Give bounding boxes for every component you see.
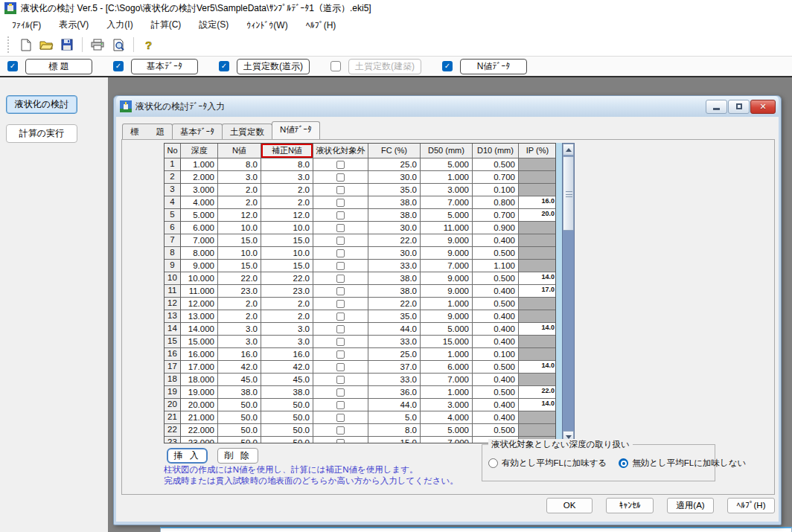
cell-d10[interactable]: 0.400 [473, 399, 519, 411]
cell-depth[interactable]: 20.000 [181, 399, 218, 411]
cell-no[interactable]: 4 [165, 196, 181, 209]
cell-d50[interactable]: 9.000 [421, 234, 473, 247]
section-button-2[interactable]: 土質定数(道示) [237, 59, 310, 74]
excluded-checkbox[interactable] [336, 224, 345, 232]
excluded-checkbox[interactable] [336, 439, 345, 444]
cell-fc[interactable]: 5.0 [368, 411, 421, 424]
excluded-checkbox[interactable] [336, 300, 345, 308]
cell-fc[interactable]: 8.0 [368, 424, 421, 437]
cell-no[interactable]: 7 [165, 234, 181, 247]
section-checkbox-3[interactable] [330, 61, 341, 71]
tab-3[interactable]: N値ﾃﾞｰﾀ [272, 121, 320, 139]
cell-depth[interactable]: 21.000 [181, 411, 218, 424]
cell-d50[interactable]: 3.000 [421, 184, 473, 196]
cell-no[interactable]: 16 [165, 348, 181, 361]
cell-no[interactable]: 13 [165, 310, 181, 323]
excluded-checkbox[interactable] [336, 414, 345, 422]
restore-icon[interactable] [728, 100, 750, 114]
cell-corrected-nvalue[interactable]: 10.0 [261, 247, 313, 260]
dialog-titlebar[interactable]: 液状化の検討ﾃﾞｰﾀ入力 ✕ [116, 96, 779, 117]
cell-excluded[interactable] [313, 285, 368, 298]
cell-excluded[interactable] [313, 184, 368, 196]
cell-d50[interactable]: 1.000 [421, 386, 473, 399]
cell-excluded[interactable] [313, 310, 368, 323]
menu-item-4[interactable]: 設定(S) [190, 16, 237, 33]
cell-d50[interactable]: 9.000 [421, 272, 473, 285]
cell-no[interactable]: 2 [165, 171, 181, 184]
cell-ip[interactable]: 14.0 [519, 361, 556, 374]
excluded-checkbox[interactable] [336, 249, 345, 257]
cell-d10[interactable]: 0.900 [473, 222, 519, 234]
column-header-7[interactable]: D10 (mm) [473, 144, 519, 158]
cell-excluded[interactable] [313, 374, 368, 386]
excluded-checkbox[interactable] [336, 426, 345, 435]
cell-excluded[interactable] [313, 348, 368, 361]
cell-depth[interactable]: 22.000 [181, 424, 218, 437]
cell-fc[interactable]: 33.0 [368, 260, 421, 272]
excluded-checkbox[interactable] [336, 325, 345, 333]
excluded-checkbox[interactable] [336, 199, 345, 207]
cell-fc[interactable]: 22.0 [368, 298, 421, 310]
cell-corrected-nvalue[interactable]: 12.0 [261, 209, 313, 222]
cell-nvalue[interactable]: 16.0 [218, 348, 261, 361]
cell-depth[interactable]: 2.000 [181, 171, 218, 184]
section-button-4[interactable]: N値ﾃﾞｰﾀ [460, 59, 527, 74]
cell-fc[interactable]: 22.0 [368, 234, 421, 247]
radio-unselected-icon[interactable] [488, 458, 498, 468]
cell-nvalue[interactable]: 2.0 [218, 196, 261, 209]
column-header-3[interactable]: 補正N値 [261, 144, 313, 158]
cell-nvalue[interactable]: 8.0 [218, 158, 261, 171]
cell-nvalue[interactable]: 10.0 [218, 222, 261, 234]
cell-excluded[interactable] [313, 298, 368, 310]
cell-d50[interactable]: 5.000 [421, 209, 473, 222]
cell-nvalue[interactable]: 45.0 [218, 374, 261, 386]
cell-fc[interactable]: 15.0 [368, 437, 421, 443]
section-checkbox-1[interactable]: ✓ [113, 61, 124, 71]
cell-fc[interactable]: 35.0 [368, 310, 421, 323]
close-icon[interactable]: ✕ [750, 100, 776, 114]
cell-depth[interactable]: 11.000 [181, 285, 218, 298]
cell-corrected-nvalue[interactable]: 38.0 [261, 386, 313, 399]
cell-d10[interactable]: 0.500 [473, 272, 519, 285]
cell-depth[interactable]: 15.000 [181, 336, 218, 348]
excluded-checkbox[interactable] [336, 161, 345, 169]
tab-1[interactable]: 基本ﾃﾞｰﾀ [172, 124, 223, 139]
cell-no[interactable]: 15 [165, 336, 181, 348]
cell-depth[interactable]: 16.000 [181, 348, 218, 361]
cell-no[interactable]: 18 [165, 374, 181, 386]
excluded-checkbox[interactable] [336, 262, 345, 270]
cell-excluded[interactable] [313, 209, 368, 222]
section-checkbox-2[interactable]: ✓ [219, 61, 229, 71]
cell-d50[interactable]: 5.000 [421, 424, 473, 437]
cell-d50[interactable]: 11.000 [421, 222, 473, 234]
cell-d50[interactable]: 5.000 [421, 158, 473, 171]
column-header-4[interactable]: 液状化対象外 [313, 144, 368, 158]
excluded-checkbox[interactable] [336, 186, 345, 194]
cell-depth[interactable]: 17.000 [181, 361, 218, 374]
cell-d50[interactable]: 9.000 [421, 285, 473, 298]
cell-nvalue[interactable]: 50.0 [218, 399, 261, 411]
cell-fc[interactable]: 38.0 [368, 209, 421, 222]
cell-corrected-nvalue[interactable]: 50.0 [261, 437, 313, 443]
cell-nvalue[interactable]: 2.0 [218, 298, 261, 310]
cell-corrected-nvalue[interactable]: 42.0 [261, 361, 313, 374]
cell-no[interactable]: 21 [165, 411, 181, 424]
cell-excluded[interactable] [313, 247, 368, 260]
cell-corrected-nvalue[interactable]: 2.0 [261, 298, 313, 310]
cell-fc[interactable]: 36.0 [368, 386, 421, 399]
insert-row-button[interactable]: 挿 入 [167, 448, 208, 464]
cell-nvalue[interactable]: 15.0 [218, 234, 261, 247]
cell-depth[interactable]: 5.000 [181, 209, 218, 222]
cell-depth[interactable]: 23.000 [181, 437, 218, 443]
cell-fc[interactable]: 30.0 [368, 247, 421, 260]
cell-no[interactable]: 8 [165, 247, 181, 260]
cell-excluded[interactable] [313, 272, 368, 285]
cell-depth[interactable]: 13.000 [181, 310, 218, 323]
cell-d10[interactable]: 0.500 [473, 247, 519, 260]
cell-corrected-nvalue[interactable]: 2.0 [261, 184, 313, 196]
cell-excluded[interactable] [313, 222, 368, 234]
cell-d50[interactable]: 7.000 [421, 196, 473, 209]
cell-d50[interactable]: 1.000 [421, 171, 473, 184]
menu-item-5[interactable]: ｳｨﾝﾄﾞｳ(W) [237, 18, 296, 33]
cell-excluded[interactable] [313, 386, 368, 399]
